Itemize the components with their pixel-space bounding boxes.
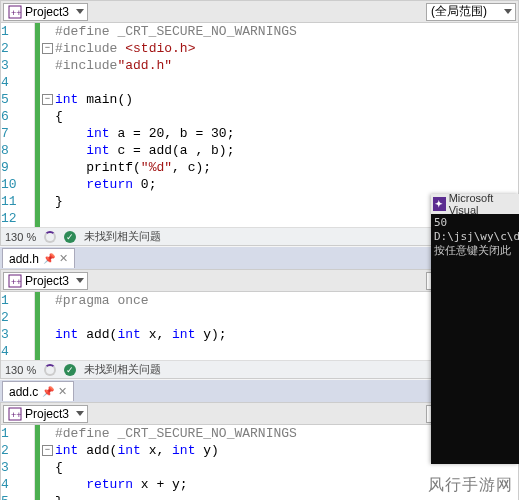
console-output: 50 D:\jsj\wy\c\dm 按任意键关闭此 bbox=[431, 214, 519, 260]
chevron-down-icon bbox=[76, 278, 84, 283]
project-name: Project3 bbox=[25, 5, 69, 19]
project-combo[interactable]: ++ Project3 bbox=[3, 3, 88, 21]
console-window[interactable]: ✦ Microsoft Visual 50 D:\jsj\wy\c\dm 按任意… bbox=[431, 194, 519, 464]
project-combo[interactable]: ++ Project3 bbox=[3, 272, 88, 290]
visual-studio-icon: ✦ bbox=[433, 197, 446, 211]
line-number-gutter: 123456789101112 bbox=[1, 23, 35, 227]
outline-toggle-icon[interactable]: − bbox=[42, 445, 53, 456]
code-line[interactable]: −int main() bbox=[42, 91, 518, 108]
svg-text:++: ++ bbox=[11, 410, 22, 420]
close-icon[interactable]: ✕ bbox=[58, 385, 67, 398]
line-number: 5 bbox=[1, 91, 28, 108]
chevron-down-icon bbox=[504, 9, 512, 14]
loading-spinner-icon bbox=[44, 364, 56, 376]
line-number-gutter: 1234 bbox=[1, 292, 35, 360]
check-icon: ✓ bbox=[64, 364, 76, 376]
zoom-level[interactable]: 130 % bbox=[5, 364, 36, 376]
console-title-text: Microsoft Visual bbox=[449, 194, 519, 216]
line-number: 9 bbox=[1, 159, 28, 176]
code-line[interactable]: { bbox=[42, 108, 518, 125]
tab-label: add.h bbox=[9, 252, 39, 266]
line-number: 7 bbox=[1, 125, 28, 142]
scope-label: (全局范围) bbox=[431, 3, 487, 20]
issues-status: 未找到相关问题 bbox=[84, 362, 161, 377]
svg-text:++: ++ bbox=[11, 277, 22, 287]
line-number: 3 bbox=[1, 326, 28, 343]
line-number: 5 bbox=[1, 493, 28, 500]
project-name: Project3 bbox=[25, 407, 69, 421]
line-number: 4 bbox=[1, 476, 28, 493]
line-number: 10 bbox=[1, 176, 28, 193]
code-line[interactable]: printf("%d", c); bbox=[42, 159, 518, 176]
cpp-project-icon: ++ bbox=[8, 274, 22, 288]
code-line[interactable]: −#include <stdio.h> bbox=[42, 40, 518, 57]
code-line[interactable]: int c = add(a , b); bbox=[42, 142, 518, 159]
line-number: 6 bbox=[1, 108, 28, 125]
line-number: 3 bbox=[1, 459, 28, 476]
svg-text:++: ++ bbox=[11, 8, 22, 18]
issues-status: 未找到相关问题 bbox=[84, 229, 161, 244]
code-line[interactable]: return 0; bbox=[42, 176, 518, 193]
line-number: 11 bbox=[1, 193, 28, 210]
line-number: 2 bbox=[1, 40, 28, 57]
project-combo[interactable]: ++ Project3 bbox=[3, 405, 88, 423]
line-number: 1 bbox=[1, 292, 28, 309]
zoom-level[interactable]: 130 % bbox=[5, 231, 36, 243]
pin-icon[interactable]: 📌 bbox=[42, 386, 54, 397]
cpp-project-icon: ++ bbox=[8, 407, 22, 421]
watermark-text: 风行手游网 bbox=[428, 475, 513, 496]
close-icon[interactable]: ✕ bbox=[59, 252, 68, 265]
chevron-down-icon bbox=[76, 411, 84, 416]
line-number: 1 bbox=[1, 425, 28, 442]
code-line[interactable] bbox=[42, 74, 518, 91]
file-tab-addc[interactable]: add.c 📌 ✕ bbox=[2, 381, 74, 401]
console-titlebar[interactable]: ✦ Microsoft Visual bbox=[431, 194, 519, 214]
code-line[interactable]: #define _CRT_SECURE_NO_WARNINGS bbox=[42, 23, 518, 40]
line-number: 8 bbox=[1, 142, 28, 159]
outline-toggle-icon[interactable]: − bbox=[42, 43, 53, 54]
line-number: 12 bbox=[1, 210, 28, 227]
chevron-down-icon bbox=[76, 9, 84, 14]
project-name: Project3 bbox=[25, 274, 69, 288]
line-number: 4 bbox=[1, 343, 28, 360]
file-tab-addh[interactable]: add.h 📌 ✕ bbox=[2, 248, 75, 268]
code-line[interactable]: #include"add.h" bbox=[42, 57, 518, 74]
line-number: 4 bbox=[1, 74, 28, 91]
line-number-gutter: 123456 bbox=[1, 425, 35, 500]
code-line[interactable]: int a = 20, b = 30; bbox=[42, 125, 518, 142]
line-number: 2 bbox=[1, 442, 28, 459]
loading-spinner-icon bbox=[44, 231, 56, 243]
outline-toggle-icon[interactable]: − bbox=[42, 94, 53, 105]
tab-label: add.c bbox=[9, 385, 38, 399]
check-icon: ✓ bbox=[64, 231, 76, 243]
pin-icon[interactable]: 📌 bbox=[43, 253, 55, 264]
line-number: 2 bbox=[1, 309, 28, 326]
cpp-project-icon: ++ bbox=[8, 5, 22, 19]
nav-bar: ++ Project3 (全局范围) bbox=[1, 1, 518, 23]
scope-combo[interactable]: (全局范围) bbox=[426, 3, 516, 21]
line-number: 1 bbox=[1, 23, 28, 40]
line-number: 3 bbox=[1, 57, 28, 74]
